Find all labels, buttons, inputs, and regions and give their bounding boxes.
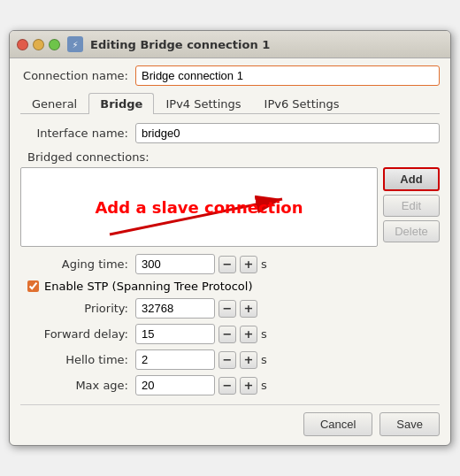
aging-time-increment[interactable]: +	[240, 256, 257, 273]
forward-delay-row: Forward delay: − + s	[20, 324, 440, 344]
edit-button[interactable]: Edit	[383, 195, 440, 217]
priority-label: Priority:	[20, 302, 135, 315]
titlebar-icon: ⚡	[67, 36, 83, 52]
bridge-buttons: Add Edit Delete	[383, 167, 440, 247]
interface-name-row: Interface name:	[20, 123, 440, 143]
forward-delay-label: Forward delay:	[20, 327, 135, 341]
interface-name-label: Interface name:	[20, 127, 135, 140]
hello-time-decrement[interactable]: −	[218, 351, 236, 369]
hello-time-increment[interactable]: +	[240, 351, 257, 369]
enable-stp-checkbox[interactable]	[27, 280, 39, 292]
forward-delay-decrement[interactable]: −	[218, 326, 236, 343]
cancel-button[interactable]: Cancel	[303, 412, 372, 436]
forward-delay-unit: s	[261, 327, 267, 341]
interface-name-input[interactable]	[135, 123, 440, 143]
connection-name-row: Connection name:	[20, 65, 440, 86]
aging-time-controls: − +	[218, 256, 257, 273]
priority-input[interactable]	[135, 298, 215, 319]
max-age-input[interactable]	[135, 375, 215, 395]
window-controls	[17, 39, 60, 50]
aging-time-label: Aging time:	[20, 257, 135, 271]
tab-ipv6[interactable]: IPv6 Settings	[253, 93, 351, 114]
max-age-increment[interactable]: +	[240, 377, 257, 395]
hello-time-controls: − +	[218, 351, 257, 369]
max-age-label: Max age:	[20, 379, 135, 392]
tab-ipv4[interactable]: IPv4 Settings	[154, 93, 252, 114]
hello-time-label: Hello time:	[20, 353, 135, 366]
close-button[interactable]	[17, 39, 28, 50]
delete-button[interactable]: Delete	[383, 220, 440, 242]
connection-name-label: Connection name:	[20, 69, 135, 82]
slave-connection-text: Add a slave connection	[95, 198, 303, 217]
hello-time-unit: s	[261, 353, 267, 366]
forward-delay-increment[interactable]: +	[240, 326, 257, 343]
aging-time-decrement[interactable]: −	[218, 256, 236, 273]
bottom-buttons: Cancel Save	[20, 404, 440, 436]
aging-time-row: Aging time: − + s	[20, 254, 440, 274]
save-button[interactable]: Save	[380, 412, 440, 436]
hello-time-row: Hello time: − + s	[20, 349, 440, 370]
priority-decrement[interactable]: −	[218, 300, 236, 318]
max-age-row: Max age: − + s	[20, 375, 440, 395]
titlebar-title: Editing Bridge connection 1	[90, 38, 270, 51]
forward-delay-controls: − +	[218, 326, 257, 343]
tab-general[interactable]: General	[20, 93, 88, 114]
hello-time-input[interactable]	[135, 349, 215, 370]
aging-time-input[interactable]	[135, 254, 215, 274]
bridged-connections-label: Bridged connections:	[20, 150, 440, 164]
tabs: General Bridge IPv4 Settings IPv6 Settin…	[20, 93, 440, 114]
content: Connection name: General Bridge IPv4 Set…	[10, 58, 450, 445]
max-age-decrement[interactable]: −	[218, 377, 236, 395]
tab-bridge[interactable]: Bridge	[88, 93, 154, 114]
enable-stp-row: Enable STP (Spanning Tree Protocol)	[20, 280, 440, 293]
add-button[interactable]: Add	[383, 167, 440, 191]
priority-row: Priority: − +	[20, 298, 440, 319]
enable-stp-label: Enable STP (Spanning Tree Protocol)	[44, 280, 253, 293]
connections-box: Add a slave connection	[20, 167, 378, 247]
max-age-unit: s	[261, 379, 267, 392]
minimize-button[interactable]	[33, 39, 44, 50]
priority-controls: − +	[218, 300, 257, 318]
maximize-button[interactable]	[49, 39, 60, 50]
aging-time-unit: s	[261, 257, 267, 271]
priority-increment[interactable]: +	[240, 300, 257, 318]
connection-name-input[interactable]	[135, 65, 440, 86]
main-window: ⚡ Editing Bridge connection 1 Connection…	[9, 30, 451, 446]
forward-delay-input[interactable]	[135, 324, 215, 344]
titlebar: ⚡ Editing Bridge connection 1	[10, 31, 450, 58]
bridge-area: Add a slave connection Add Edit Delete	[20, 167, 440, 247]
max-age-controls: − +	[218, 377, 257, 395]
